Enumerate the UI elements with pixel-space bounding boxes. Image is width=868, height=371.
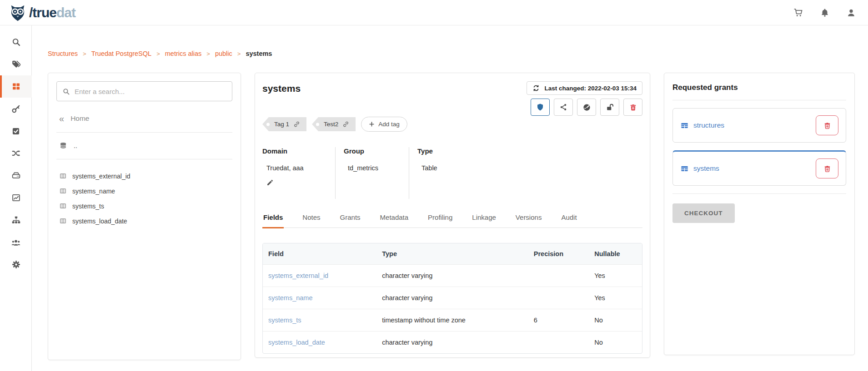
breadcrumb-schema[interactable]: public [215, 50, 232, 57]
rail-settings-gear-icon[interactable] [0, 253, 32, 276]
protect-shield-button[interactable] [531, 99, 550, 116]
rail-drive-icon[interactable] [0, 164, 32, 187]
field-link[interactable]: systems_external_id [268, 272, 328, 279]
group-value: td_metrics [348, 164, 398, 172]
logo-text-light: dat [56, 5, 75, 20]
explorer-home-link[interactable]: « Home [59, 114, 231, 123]
type-value: Table [421, 164, 632, 172]
grant-card-structures: structures [672, 108, 846, 143]
share-button[interactable] [554, 99, 573, 116]
rail-search-icon[interactable] [0, 31, 32, 53]
table-row: systems_ts timestamp without time zone 6… [263, 309, 642, 331]
user-profile-icon[interactable] [846, 8, 856, 18]
field-nullable: Yes [589, 265, 642, 287]
truedat-logo[interactable]: /truedat [8, 3, 75, 22]
header-nullable: Nullable [589, 243, 642, 265]
app-header: /truedat [0, 0, 868, 25]
structure-info: Domain Truedat, aaa Group td_metrics Typ… [262, 147, 642, 199]
tag-label: Test2 [324, 121, 338, 128]
header-field: Field [263, 243, 376, 265]
rail-tags-icon[interactable] [0, 53, 32, 75]
tab-versions[interactable]: Versions [515, 210, 543, 228]
rail-users-icon[interactable] [0, 231, 32, 253]
field-link[interactable]: systems_load_date [268, 339, 325, 346]
field-precision [528, 287, 589, 309]
breadcrumb-separator: > [83, 50, 86, 57]
divider [672, 100, 846, 100]
field-item-label: systems_ts [72, 203, 104, 210]
breadcrumb-system[interactable]: Truedat PostgreSQL [91, 50, 151, 57]
delete-structure-button[interactable] [623, 99, 642, 116]
divider [56, 132, 232, 133]
explorer-parent-node[interactable]: .. [59, 142, 232, 150]
tab-fields[interactable]: Fields [262, 210, 284, 228]
remove-grant-button[interactable] [816, 158, 838, 178]
structure-tabs: Fields Notes Grants Metadata Profiling L… [262, 210, 642, 228]
tab-metadata[interactable]: Metadata [379, 210, 410, 228]
breadcrumb-separator: > [237, 50, 241, 57]
field-type: character varying [376, 331, 528, 354]
explorer-field-item[interactable]: systems_external_id [59, 168, 232, 183]
header-precision: Precision [528, 243, 589, 265]
field-type: timestamp without time zone [376, 309, 528, 331]
field-link[interactable]: systems_ts [268, 317, 301, 324]
rail-chart-line-icon[interactable] [0, 187, 32, 209]
table-row: systems_external_id character varying Ye… [263, 265, 642, 287]
grant-item-link[interactable]: structures [693, 121, 724, 129]
columns-icon [59, 217, 67, 225]
rail-check-square-icon[interactable] [0, 120, 32, 142]
tab-notes[interactable]: Notes [301, 210, 321, 228]
columns-icon [59, 172, 67, 180]
explorer-search-input[interactable] [75, 88, 226, 95]
tag-link-icon[interactable] [342, 121, 349, 128]
field-precision: 6 [528, 309, 589, 331]
requested-grants-title: Requested grants [672, 83, 846, 92]
checkout-button[interactable]: CHECKOUT [672, 203, 735, 223]
group-label: Group [344, 147, 398, 155]
unlock-button[interactable] [600, 99, 619, 116]
notifications-bell-icon[interactable] [820, 8, 830, 18]
rail-structures-grid-icon[interactable] [0, 75, 32, 98]
fields-table: Field Type Precision Nullable systems_ex… [262, 243, 642, 354]
quality-gauge-button[interactable] [577, 99, 596, 116]
field-link[interactable]: systems_name [268, 294, 313, 302]
tab-profiling[interactable]: Profiling [427, 210, 453, 228]
tab-grants[interactable]: Grants [339, 210, 361, 228]
explorer-field-list: systems_external_id systems_name systems… [56, 168, 232, 228]
explorer-field-item[interactable]: systems_load_date [59, 213, 232, 228]
tab-linkage[interactable]: Linkage [471, 210, 497, 228]
type-label: Type [417, 147, 632, 155]
breadcrumb-structures[interactable]: Structures [48, 50, 78, 57]
header-type: Type [376, 243, 528, 265]
add-tag-button[interactable]: Add tag [361, 117, 407, 132]
explorer-field-item[interactable]: systems_ts [59, 198, 232, 213]
domain-label: Domain [262, 147, 324, 155]
rail-shuffle-icon[interactable] [0, 142, 32, 164]
tag-chip[interactable]: Test2 [312, 117, 356, 131]
rail-sitemap-icon[interactable] [0, 209, 32, 231]
parent-node-label: .. [74, 142, 77, 149]
tag-link-icon[interactable] [293, 121, 300, 128]
grant-item-link[interactable]: systems [693, 164, 719, 173]
last-changed-button[interactable]: Last changed: 2022-02-03 15:34 [527, 81, 642, 95]
grant-card-systems: systems [672, 150, 846, 186]
icon-rail [0, 25, 32, 371]
tab-audit[interactable]: Audit [560, 210, 577, 228]
refresh-icon [532, 84, 540, 92]
field-type: character varying [376, 287, 528, 309]
cart-icon[interactable] [793, 8, 803, 18]
rail-key-icon[interactable] [0, 98, 32, 120]
tag-chip[interactable]: Tag 1 [262, 117, 306, 131]
edit-domain-pencil-icon[interactable] [266, 179, 274, 186]
explorer-field-item[interactable]: systems_name [59, 183, 232, 198]
structure-title: systems [262, 81, 301, 94]
explorer-search-box[interactable] [56, 81, 232, 101]
breadcrumb-separator: > [206, 50, 210, 57]
table-row: systems_name character varying Yes [263, 287, 642, 309]
logo-text-dark: /true [29, 5, 56, 20]
structure-detail-panel: systems Last changed: 2022-02-03 15:34 [255, 73, 650, 358]
remove-grant-button[interactable] [816, 115, 838, 135]
field-precision [528, 265, 589, 287]
structure-actions [531, 99, 642, 116]
breadcrumb-database[interactable]: metrics alias [165, 50, 202, 57]
